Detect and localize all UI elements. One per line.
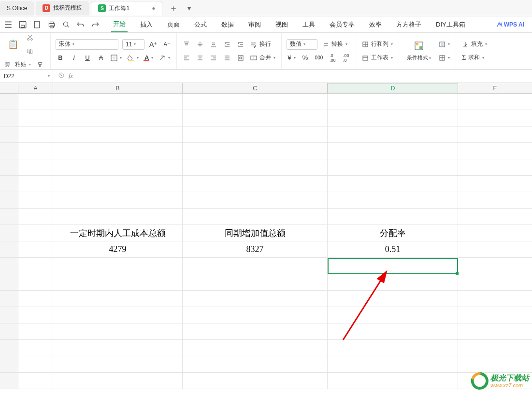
strikethrough-button[interactable]: A	[96, 53, 106, 63]
cell-B-header[interactable]: 一定时期内人工成本总额	[53, 225, 183, 241]
menu-start[interactable]: 开始	[111, 17, 128, 32]
cell-C-value[interactable]: 8327	[183, 241, 328, 258]
merge-label: 合并	[259, 54, 271, 62]
orientation-button[interactable]	[236, 53, 245, 63]
formula-input[interactable]	[78, 70, 532, 83]
dirty-indicator: ●	[152, 5, 155, 12]
paste-button[interactable]: 📋	[5, 37, 21, 52]
menu-icon[interactable]	[4, 20, 13, 29]
svg-rect-19	[416, 43, 418, 45]
cut-button[interactable]	[25, 32, 35, 43]
select-all-corner[interactable]	[0, 83, 18, 93]
cond-format-button[interactable]: 条件格式	[404, 39, 434, 63]
fill-color-button[interactable]	[127, 53, 140, 63]
cond-format-icon	[414, 41, 424, 53]
fill-button[interactable]: 填充	[461, 39, 488, 50]
menu-bar: 开始 插入 页面 公式 数据 审阅 视图 工具 会员专享 效率 方方格子 DIY…	[0, 16, 532, 33]
menu-member[interactable]: 会员专享	[328, 17, 357, 32]
convert-button[interactable]: 转换	[321, 39, 348, 50]
watermark: 极光下载站 www.xz7.com	[470, 372, 529, 390]
align-middle-button[interactable]	[195, 39, 205, 50]
undo-icon[interactable]	[76, 20, 85, 29]
save-icon[interactable]	[18, 20, 27, 29]
font-name-select[interactable]: 宋体▾	[56, 39, 118, 50]
col-header-B[interactable]: B	[53, 83, 183, 93]
wps-ai-button[interactable]: WPS AI	[497, 21, 524, 28]
align-left-button[interactable]	[182, 53, 191, 63]
align-right-button[interactable]	[209, 53, 218, 63]
copy-button[interactable]	[25, 46, 35, 56]
border-button[interactable]	[110, 53, 123, 63]
align-center-button[interactable]	[195, 53, 205, 63]
cell-style-button[interactable]	[438, 39, 451, 50]
italic-button[interactable]: I	[69, 53, 79, 63]
rowcol-label: 行和列	[371, 40, 388, 48]
preview-icon[interactable]	[62, 20, 71, 29]
cell-C-header[interactable]: 同期增加值总额	[183, 225, 328, 241]
cancel-fx-icon[interactable]	[58, 72, 65, 80]
menu-diy[interactable]: DIY工具箱	[434, 17, 467, 32]
rowcol-button[interactable]: 行和列	[361, 39, 394, 50]
main-menu: 开始 插入 页面 公式 数据 审阅 视图 工具 会员专享 效率 方方格子 DIY…	[111, 17, 467, 32]
indent-decrease-button[interactable]	[222, 39, 232, 50]
cells-area[interactable]: 一定时期内人工成本总额 同期增加值总额 分配率 4279 8327 0.51	[0, 94, 532, 393]
percent-button[interactable]: %	[301, 53, 310, 63]
font-color-button[interactable]: A	[144, 53, 154, 63]
menu-tools[interactable]: 工具	[301, 17, 317, 32]
currency-button[interactable]: ¥	[287, 53, 296, 63]
decrease-decimal-button[interactable]: .0.00	[328, 53, 337, 63]
cell-D-header[interactable]: 分配率	[328, 225, 458, 241]
wps-ai-label: WPS AI	[504, 21, 524, 28]
add-tab-button[interactable]: ＋	[167, 2, 180, 14]
col-header-D[interactable]: D	[328, 83, 458, 93]
align-justify-button[interactable]	[222, 53, 232, 63]
tab-template[interactable]: D 找稻壳模板	[36, 1, 89, 15]
menu-review[interactable]: 审阅	[246, 17, 263, 32]
spreadsheet-icon: S	[98, 4, 106, 12]
font-size-select[interactable]: 11▾	[122, 39, 144, 50]
wrap-button[interactable]: 换行	[249, 39, 272, 50]
underline-button[interactable]: U	[83, 53, 92, 63]
increase-decimal-button[interactable]: .00.0	[341, 53, 351, 63]
name-box[interactable]: D22 ▾	[0, 70, 53, 83]
menu-page[interactable]: 页面	[165, 17, 182, 32]
clear-format-button[interactable]	[158, 53, 171, 63]
indent-increase-button[interactable]	[236, 39, 245, 50]
tab-office[interactable]: S Office	[0, 1, 34, 15]
align-top-button[interactable]	[182, 39, 191, 50]
worksheet-button[interactable]: 工作表	[361, 53, 394, 63]
cell-B-value[interactable]: 4279	[53, 241, 183, 258]
clipboard-icon: 📋	[8, 39, 18, 50]
menu-formula[interactable]: 公式	[192, 17, 209, 32]
paste-dropdown[interactable]: 粘贴	[14, 59, 32, 70]
menu-ffgz[interactable]: 方方格子	[394, 17, 423, 32]
decrease-font-button[interactable]: A⁻	[162, 39, 172, 50]
fx-button[interactable]: fx	[69, 72, 73, 80]
col-header-A[interactable]: A	[18, 83, 53, 93]
redo-icon[interactable]	[91, 20, 100, 29]
number-format-select[interactable]: 数值▾	[287, 39, 317, 50]
print-icon[interactable]	[47, 20, 56, 29]
menu-efficiency[interactable]: 效率	[367, 17, 384, 32]
align-bottom-button[interactable]	[209, 39, 218, 50]
increase-font-button[interactable]: A⁺	[148, 39, 158, 50]
menu-data[interactable]: 数据	[219, 17, 236, 32]
col-header-E[interactable]: E	[458, 83, 532, 93]
worksheet-label: 工作表	[371, 54, 388, 62]
menu-view[interactable]: 视图	[273, 17, 290, 32]
grid-body: 一定时期内人工成本总额 同期增加值总额 分配率 4279 8327 0.51	[0, 94, 532, 393]
format-painter-button[interactable]	[36, 59, 45, 70]
number-format-value: 数值	[290, 40, 302, 48]
new-icon[interactable]	[33, 20, 42, 29]
tab-workbook[interactable]: S 工作簿1 ●	[91, 1, 162, 15]
ribbon-alignment: 换行 合并	[177, 33, 282, 69]
cell-D-value[interactable]: 0.51	[328, 241, 458, 258]
bold-button[interactable]: B	[56, 53, 65, 63]
sum-button[interactable]: Σ求和	[461, 53, 485, 63]
tab-menu-button[interactable]: ▾	[183, 2, 195, 14]
col-header-C[interactable]: C	[183, 83, 328, 93]
merge-button[interactable]: 合并	[249, 53, 276, 63]
table-style-button[interactable]	[438, 53, 451, 63]
comma-button[interactable]: 000	[314, 53, 324, 63]
menu-insert[interactable]: 插入	[138, 17, 155, 32]
